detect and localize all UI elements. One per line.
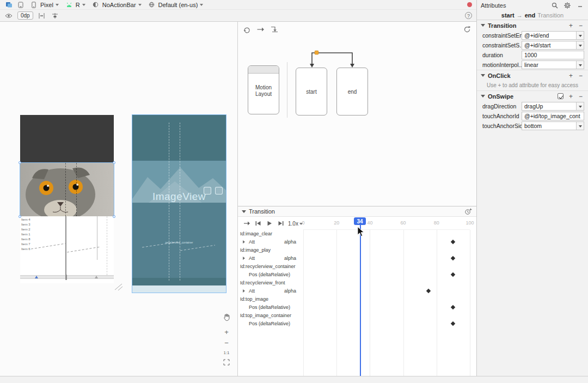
zoom-out-button[interactable]: − [221,338,232,348]
keyframe-diamond[interactable] [451,305,455,309]
zoom-in-button[interactable]: + [221,327,232,337]
add-attribute-button[interactable]: + [567,93,574,100]
dropdown-arrow-icon[interactable] [576,41,584,49]
add-attribute-button[interactable]: + [567,72,574,80]
resize-grip-icon[interactable] [113,282,123,291]
default-margin-button[interactable]: 0dp [17,11,33,20]
timeline-row-property[interactable]: Pos (deltaRelative) [238,320,476,328]
blueprint-bottom-section[interactable] [132,278,226,285]
attribute-value-field[interactable]: linear [522,60,584,69]
attribute-value-field[interactable]: 1000 [522,51,584,59]
attribute-value-field[interactable]: @+id/end [522,31,584,40]
attribute-value-field[interactable]: @+id/start [522,41,584,50]
keyframe-diamond[interactable] [451,256,455,260]
timeline-id-label: Id:recyclerview_container [240,264,296,269]
device-selector[interactable]: Pixel [28,0,60,10]
playback-speed-selector[interactable]: 1.0x [288,221,303,227]
layout-preview-design[interactable]: Item 4Item 3Item 2Item 1Item 8Item 7Item… [20,115,114,283]
timeline-row-property[interactable]: Attalpha [238,287,476,295]
selection-handle[interactable] [113,161,115,164]
zoom-actual-button[interactable]: 1:1 [221,348,232,357]
transition-connector[interactable] [238,22,476,206]
remove-attribute-button[interactable]: − [577,93,584,100]
skip-to-start-icon[interactable] [254,220,262,228]
timeline-row-id[interactable]: Id:top_image [238,295,476,303]
playhead-tag[interactable]: 34 [354,217,366,225]
section-header-onclick[interactable]: OnClick + − [477,70,588,81]
timeline-row-id[interactable]: Id:image_play [238,246,476,254]
error-indicator-icon[interactable] [467,2,472,7]
locale-selector[interactable]: Default (en-us) [146,0,205,10]
dropdown-arrow-icon[interactable] [576,122,584,130]
expand-arrow-icon[interactable] [243,289,245,293]
blueprint-imageview[interactable]: ImageView [132,161,226,203]
timeline-row-id[interactable]: Id:recyclerview_front [238,279,476,287]
align-icon[interactable] [51,11,59,20]
image-action-icon[interactable] [215,187,223,194]
timeline-row-property[interactable]: Pos (deltaRelative) [238,303,476,312]
view-options-icon[interactable] [4,11,13,20]
search-icon[interactable] [550,1,559,9]
remove-attribute-button[interactable]: − [577,22,584,29]
section-header-transition[interactable]: Transition + − [477,20,588,31]
device-frame-icon[interactable] [16,1,25,9]
expand-arrow-icon[interactable] [243,257,245,260]
timeline-row-property[interactable]: Attalpha [238,238,476,246]
motion-scene-graph[interactable]: Motion Layout start end [238,22,476,206]
zoom-fit-icon[interactable] [221,357,232,367]
add-keyframe-icon[interactable] [464,208,473,216]
cat-imageview-selected[interactable] [20,163,114,216]
collapse-arrow-icon[interactable] [481,95,485,98]
help-icon[interactable]: ? [465,12,472,19]
dropdown-arrow-icon[interactable] [576,32,584,39]
timeline-row-id[interactable]: Id:recyclerview_container [238,263,476,271]
seekbar-marker-blue[interactable] [35,276,38,278]
layout-preview-blueprint[interactable]: ImageView recyclerview_container [132,115,226,293]
pan-hand-icon[interactable] [221,312,232,322]
design-surface-icon[interactable] [4,1,13,9]
timeline-row-id[interactable]: Id:top_image_container [238,312,476,320]
keyframe-diamond[interactable] [451,240,455,244]
skip-to-end-icon[interactable] [277,220,285,228]
section-header-onswipe[interactable]: OnSwipe + − [477,91,588,101]
selection-handle[interactable] [113,215,115,218]
attribute-value-field[interactable]: dragUp [522,102,584,111]
timeline-row-property[interactable]: Pos (deltaRelative) [238,271,476,279]
loop-mode-icon[interactable] [242,220,251,228]
collapse-arrow-icon[interactable] [481,74,485,77]
selection-handle[interactable] [19,161,21,164]
seekbar-marker-gray[interactable] [95,276,98,278]
dropdown-arrow-icon[interactable] [576,102,584,110]
attribute-value-field[interactable]: bottom [522,121,584,130]
android-robot-icon [65,1,74,9]
playhead-line[interactable] [360,225,361,376]
preview-seekbar[interactable] [20,275,114,279]
margins-icon[interactable] [38,11,46,20]
add-attribute-button[interactable]: + [567,22,574,29]
expand-arrow-icon[interactable] [243,240,245,244]
timeline-row-property[interactable]: Attalpha [238,254,476,263]
design-surface[interactable]: Item 4Item 3Item 2Item 1Item 8Item 7Item… [0,22,238,376]
timeline-ruler[interactable]: 020406080100 [303,217,470,230]
onswipe-checkbox[interactable] [558,93,564,99]
attribute-value-field[interactable]: @+id/top_image_cont [522,112,584,120]
blueprint-top-section[interactable] [132,115,226,161]
theme-selector[interactable]: NoActionBar [90,0,143,10]
keyframe-diamond[interactable] [426,289,430,293]
seekbar-thumb[interactable] [65,275,67,280]
keyframe-diamond[interactable] [451,321,455,326]
play-icon[interactable] [265,220,274,228]
selection-handle[interactable] [19,215,21,218]
image-action-icon[interactable] [204,187,211,194]
remove-attribute-button[interactable]: − [577,72,584,80]
timeline-header[interactable]: Transition [238,206,476,217]
onclick-hint: Use + to add attribute for easy access [477,81,588,90]
keyframe-diamond[interactable] [451,272,455,277]
blueprint-recyclerview[interactable]: recyclerview_container [132,203,226,278]
collapse-arrow-icon[interactable] [242,210,246,213]
minimize-icon[interactable] [575,1,584,9]
api-version-selector[interactable]: R [64,0,87,10]
collapse-arrow-icon[interactable] [481,24,485,27]
dropdown-arrow-icon[interactable] [576,61,584,69]
gear-icon[interactable] [563,1,572,9]
